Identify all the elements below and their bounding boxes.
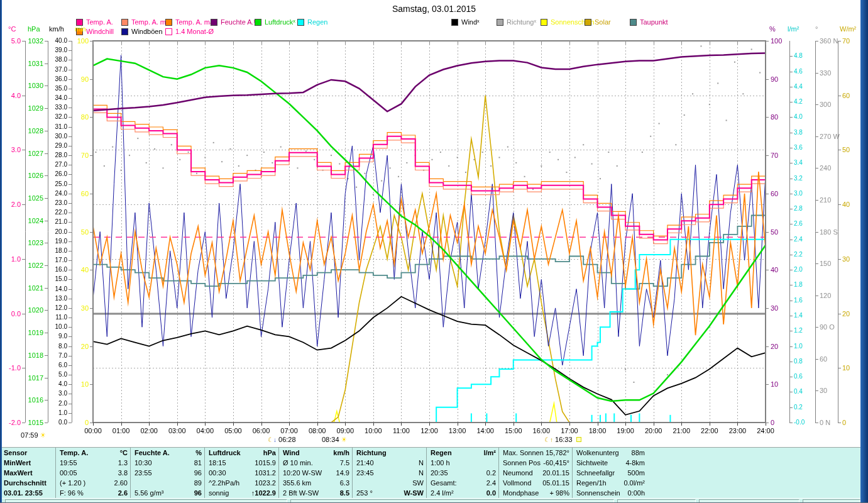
time-tick-label: 03:00 [163, 427, 191, 434]
table-cell: Wolkenunterg88m [573, 448, 648, 458]
legend-label: Feuchte A.ˣ [221, 19, 256, 26]
table-cell: 355.6 km6.3 [279, 478, 353, 488]
cell-label: Vollmond [503, 478, 531, 488]
dawn-time-label: 07:59 ☀ [21, 431, 46, 439]
time-tick-label: 06:00 [248, 427, 275, 434]
cell-label: 10:30 [135, 458, 152, 468]
legend-swatch-icon [76, 19, 83, 26]
legend-item-taupunkt: Taupunkt [630, 18, 668, 26]
cell-value: W-SW [404, 488, 424, 498]
axis-unit-0: °C [8, 25, 16, 33]
legend-item-wind-: Windˣ [451, 18, 480, 26]
cell-value: 0.0l/m² [624, 478, 645, 488]
cell-value: 7.5 [340, 458, 349, 468]
cell-label: 5.56 g/m³ [135, 488, 163, 498]
legend-swatch-icon [121, 19, 128, 26]
cell-value: 500m [627, 468, 645, 478]
legend-swatch-icon [451, 19, 458, 26]
table-cell: Mondphase+ 98% [499, 488, 573, 498]
table-cell: Gesamt:2.4 [427, 478, 499, 488]
table-cell: 23:5596 [131, 468, 205, 478]
table-cell: Max. Sonnen15,782° [499, 448, 573, 458]
time-tick-label: 09:00 [331, 427, 359, 434]
moon-icon: ☾ [268, 436, 273, 443]
axis-unit-4: % [769, 25, 776, 33]
cell-label: Mondphase [503, 488, 539, 498]
cell-label: ^2.2hPa/h [209, 478, 239, 488]
time-tick-label: 21:00 [667, 427, 695, 434]
table-cell: Schneefallgr500m [573, 468, 648, 478]
cell-value: l/m² [483, 448, 496, 458]
legend-label: 1.4 Monat-Ø [175, 28, 214, 35]
axis-unit-5: l/m² [788, 25, 799, 33]
legend-label: Regen [307, 19, 327, 26]
table-cell: Vollmond05.01.15 [499, 478, 573, 488]
arrow-down-icon: ↓ [273, 436, 277, 443]
table-cell: Sonnen Pos-60,415° [499, 458, 573, 468]
cell-label: 00:30 [209, 468, 226, 478]
cell-value: + 98% [550, 488, 570, 498]
legend-swatch-icon [121, 28, 128, 35]
legend-swatch-icon [585, 19, 591, 26]
legend-item-temp-a-min: Temp. A. min [121, 18, 172, 26]
table-column-1: Temp. A.°C19:551.300:053.8(+ 1.20 )2.60F… [55, 448, 131, 499]
cell-value: 1031.2 [255, 468, 276, 478]
time-tick-label: 00:00 [79, 427, 107, 434]
time-tick-label: 05:00 [219, 427, 247, 434]
table-column-4: Windkm/hØ 10 min.7.510:20 W-SW14.9355.6 … [278, 448, 353, 499]
cell-label: Neumond [503, 468, 533, 478]
cell-value: 20.01.15 [542, 468, 569, 478]
cell-label: Sonnenschein [576, 488, 620, 498]
cell-label: 19:55 [60, 458, 77, 468]
sunset-square-icon [576, 437, 581, 442]
cell-value: 1015.9 [255, 458, 276, 468]
cell-label: (+ 1.20 ) [60, 478, 85, 488]
cell-label: 253 ° [356, 488, 373, 498]
cell-value: ↑1022.9 [251, 488, 276, 498]
cell-value: 96 [194, 488, 202, 498]
table-cell: SW [353, 478, 427, 488]
table-cell: Ø 10 min.7.5 [279, 458, 353, 468]
table-cell: 20:350.2 [427, 468, 499, 478]
time-tick-label: 12:00 [415, 427, 443, 434]
legend-swatch-icon [165, 19, 172, 26]
weather-day-chart[interactable] [0, 0, 868, 446]
legend-item-1-4-monat-: 1.4 Monat-Ø [165, 28, 214, 35]
cell-value: 8.5 [340, 488, 349, 498]
time-tick-label: 22:00 [696, 427, 723, 434]
table-cell: Sonnenschein0:00h [573, 488, 648, 498]
cell-label: 10:20 W-SW [283, 468, 322, 478]
cell-value: 14.9 [336, 468, 349, 478]
sunrise-marker: 08:34 ☀ [322, 436, 347, 444]
table-cell: MaxWert [0, 468, 55, 478]
table-cell: F: 96 %2.6 [56, 488, 131, 498]
moon-icon: ☾ [544, 436, 550, 443]
table-cell: 5.56 g/m³96 [131, 488, 205, 498]
legend-item-solar: Solar [585, 18, 611, 26]
cell-label: 03.01. 23:55 [4, 488, 43, 498]
table-cell: 00:053.8 [56, 468, 131, 478]
table-cell: Feuchte A.% [131, 448, 205, 458]
table-cell: (+ 1.20 )2.60 [56, 478, 131, 488]
table-cell: LuftdruckhPa [205, 448, 279, 458]
table-cell: 00:301031.2 [205, 468, 279, 478]
time-tick-label: 07:00 [275, 427, 303, 434]
cell-label: Gesamt: [431, 478, 457, 488]
window-frame-right[interactable] [860, 0, 868, 503]
table-cell: Durchschnitt [0, 478, 55, 488]
axis-unit-3: min [75, 25, 86, 33]
time-tick-label: 01:00 [107, 427, 135, 434]
time-tick-label: 17:00 [556, 427, 583, 434]
cell-label: 18:15 [209, 458, 226, 468]
time-tick-label: 13:00 [444, 427, 471, 434]
cell-label: Wolkenunterg [576, 448, 619, 458]
moonset-time: 06:28 [278, 436, 296, 443]
table-cell: 19:551.3 [56, 458, 131, 468]
cell-value: °C [120, 448, 128, 458]
time-tick-label: 23:00 [723, 427, 751, 434]
table-cell: 21:40N [353, 458, 427, 468]
legend-label: Taupunkt [640, 19, 668, 26]
table-cell: 2 Bft W-SW8.5 [279, 488, 353, 498]
arrow-up-icon: ↑ [550, 436, 553, 443]
legend-label: Windchill [86, 28, 114, 35]
